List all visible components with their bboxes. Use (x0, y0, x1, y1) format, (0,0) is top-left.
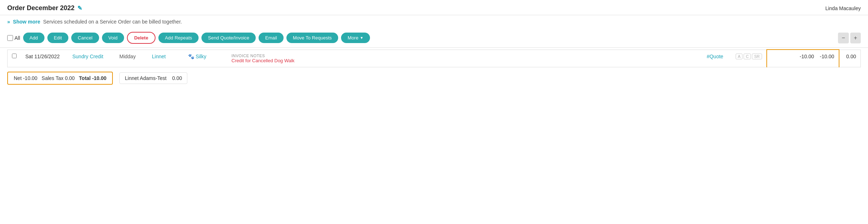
client-box: Linnet Adams-Test 0.00 (119, 72, 187, 84)
amount1: -10.00 (800, 54, 814, 59)
all-label: All (14, 35, 20, 41)
select-all-container: All (7, 35, 20, 41)
row-balance: 0.00 (839, 50, 861, 67)
more-dropdown-arrow: ▼ (360, 36, 363, 40)
add-repeats-button[interactable]: Add Repeats (158, 33, 199, 43)
client-name: Linnet Adams-Test (125, 75, 166, 81)
void-button[interactable]: Void (102, 33, 124, 43)
edit-button[interactable]: Edit (47, 33, 68, 43)
delete-button[interactable]: Delete (127, 32, 156, 44)
pet-name[interactable]: Silky (196, 54, 207, 59)
zoom-controls: − + (838, 33, 861, 43)
badge-sr: SR (752, 54, 762, 59)
invoice-notes-label: INVOICE NOTES (231, 54, 698, 58)
net-label: Net (14, 75, 22, 81)
credit-note-text: Credit for Cancelled Dog Walk (231, 58, 698, 63)
row-checkbox-cell (8, 50, 21, 67)
move-to-requests-button[interactable]: Move To Requests (286, 33, 338, 43)
row-badges: A C SR (731, 50, 767, 67)
row-quote[interactable]: #Quote (702, 50, 731, 67)
total-label: Total (79, 75, 90, 81)
order-table: Sat 11/26/2022 Sundry Credit Midday Linn… (7, 49, 861, 67)
more-button[interactable]: More ▼ (341, 33, 370, 43)
info-bar: » Show more Services scheduled on a Serv… (0, 15, 868, 28)
row-notes: INVOICE NOTES Credit for Cancelled Dog W… (227, 50, 702, 67)
order-table-area: Sat 11/26/2022 Sundry Credit Midday Linn… (0, 49, 868, 67)
badge-c: C (744, 54, 751, 59)
client-balance: 0.00 (172, 75, 182, 81)
header-user: Linda Macauley (825, 5, 861, 11)
page-title: Order December 2022 ✎ (7, 4, 82, 12)
add-button[interactable]: Add (23, 33, 44, 43)
total-value: -10.00 (92, 75, 107, 81)
footer-summary: Net -10.00 Sales Tax 0.00 Total -10.00 L… (0, 67, 868, 87)
row-pet: 🐾 Silky (184, 50, 227, 67)
row-checkbox[interactable] (12, 54, 17, 58)
row-staff[interactable]: Linnet (148, 50, 184, 67)
zoom-out-button[interactable]: − (838, 33, 848, 43)
show-more-link[interactable]: Show more (13, 19, 40, 25)
zoom-in-button[interactable]: + (850, 33, 861, 43)
email-button[interactable]: Email (259, 33, 284, 43)
net-value: -10.00 (23, 75, 38, 81)
row-service[interactable]: Sundry Credit (68, 50, 115, 67)
paw-icon: 🐾 (188, 54, 194, 59)
row-amounts: -10.00 -10.00 (767, 50, 839, 67)
cancel-button[interactable]: Cancel (71, 33, 99, 43)
badge-group: A C SR (736, 54, 762, 59)
sales-tax-value: 0.00 (65, 75, 75, 81)
title-text: Order December 2022 (7, 4, 75, 12)
header-bar: Order December 2022 ✎ Linda Macauley (0, 0, 868, 15)
row-time: Midday (115, 50, 148, 67)
row-date: Sat 11/26/2022 (21, 50, 68, 67)
select-all-checkbox[interactable] (7, 35, 13, 41)
more-label: More (348, 35, 358, 41)
info-description: Services scheduled on a Service Order ca… (43, 19, 182, 25)
badge-a: A (736, 54, 743, 59)
edit-title-icon[interactable]: ✎ (77, 5, 82, 12)
table-row: Sat 11/26/2022 Sundry Credit Midday Linn… (8, 50, 861, 67)
sales-tax-label: Sales Tax (42, 75, 63, 81)
amount2: -10.00 (820, 54, 834, 59)
toolbar: All Add Edit Cancel Void Delete Add Repe… (0, 28, 868, 48)
amount-values: -10.00 -10.00 (771, 54, 834, 59)
send-quote-invoice-button[interactable]: Send Quote/Invoice (201, 33, 256, 43)
chevrons-icon: » (7, 19, 10, 25)
summary-box: Net -10.00 Sales Tax 0.00 Total -10.00 (7, 72, 113, 85)
